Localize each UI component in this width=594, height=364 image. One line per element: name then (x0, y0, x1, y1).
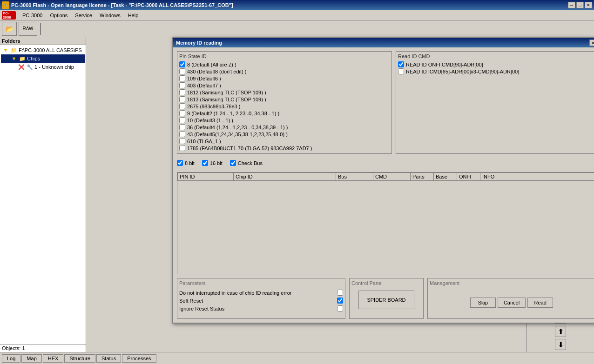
menu-windows[interactable]: Windows (96, 12, 124, 19)
control-panel-title: Control Panel (351, 280, 421, 286)
sidebar-content: ▼ 📁 F:\PC-3000 ALL CASES\PS ▼ 📁 Chips ❌ … (0, 45, 86, 344)
pin-state-checkbox[interactable] (179, 82, 185, 88)
pin-state-item[interactable]: 403 (Default7 ) (179, 82, 390, 89)
pin-state-checkbox[interactable] (179, 61, 185, 67)
pin-state-checkbox[interactable] (179, 96, 185, 102)
bit-option-item[interactable]: 8 bit (177, 159, 195, 166)
pin-state-item[interactable]: 8 (Default (All are Z) ) (179, 61, 390, 68)
tree-item-chips[interactable]: ▼ 📁 Chips (1, 54, 85, 63)
down-icon[interactable]: ⬇ (555, 339, 566, 350)
tab-map[interactable]: Map (21, 354, 41, 363)
toolbar: 📂 RAW (0, 20, 594, 37)
pin-state-item[interactable]: 10 (Default3 (1 - 1) ) (179, 117, 390, 124)
toolbar-separator (40, 23, 41, 35)
tab-processes[interactable]: Processes (122, 354, 156, 363)
pin-state-item[interactable]: 1813 (Samsung TLC (TSOP 109) ) (179, 96, 390, 103)
menu-options[interactable]: Options (46, 12, 71, 19)
tab-log[interactable]: Log (2, 354, 20, 363)
window-controls: ─ □ ✕ (568, 2, 592, 8)
dialog-title-bar: Memory ID reading ✕ (173, 38, 594, 47)
sidebar-header: Folders (0, 37, 86, 45)
pin-state-item[interactable]: 9 (Default2 (1,24 - 1, 2,23 -0, 34,38 - … (179, 110, 390, 117)
pin-state-checkbox[interactable] (179, 131, 185, 137)
bit-option-checkbox[interactable] (230, 160, 236, 166)
pin-state-panel: Pin State ID 8 (Default (All are Z) )430… (177, 51, 392, 154)
spider-board-button[interactable]: SPIDER BOARD (358, 291, 414, 309)
skip-button[interactable]: Skip (470, 298, 496, 308)
pin-state-item-label: 109 (Default6 ) (187, 76, 221, 81)
pin-state-checkbox[interactable] (179, 138, 185, 144)
memory-id-dialog: Memory ID reading ✕ Pin State ID 8 (Defa… (172, 37, 594, 324)
close-window-button[interactable]: ✕ (585, 2, 592, 8)
col-bus: Bus (336, 173, 373, 181)
pin-state-items: 8 (Default (All are Z) )430 (Default8 (d… (179, 61, 390, 152)
pin-state-checkbox[interactable] (179, 75, 185, 81)
control-panel: Control Panel SPIDER BOARD (349, 278, 424, 319)
chips-folder-icon: 📁 (19, 55, 26, 62)
read-id-item[interactable]: READ ID :CMD[65]-ADR[00]x3-CMD[90]-ADR[0… (398, 68, 594, 75)
tree-item-root[interactable]: ▼ 📁 F:\PC-3000 ALL CASES\PS (1, 46, 85, 54)
tree-item-unknown-chip[interactable]: ❌ 🔧 1 - Unknown chip (1, 63, 85, 71)
bottom-tab-bar: Log Map HEX Structure Status Processes (0, 352, 594, 364)
bit-option-item[interactable]: Check Bus (230, 159, 263, 166)
param-row[interactable]: Ignore Reset Status (179, 304, 343, 312)
tab-hex[interactable]: HEX (43, 354, 64, 363)
pin-state-item[interactable]: 43 (Default5(1,24,34,35,38-1,2,23,25,48-… (179, 131, 390, 138)
param-label: Do not interrupted in case of chip ID re… (179, 290, 292, 296)
param-row[interactable]: Do not interrupted in case of chip ID re… (179, 289, 343, 297)
content-area: Memory ID reading ✕ Pin State ID 8 (Defa… (86, 37, 526, 352)
maximize-button[interactable]: □ (576, 2, 584, 8)
dialog-title-text: Memory ID reading (176, 40, 222, 46)
bit-option-checkbox[interactable] (177, 160, 183, 166)
bit-option-item[interactable]: 16 bit (202, 159, 223, 166)
toolbar-raw-button[interactable]: RAW (19, 22, 37, 36)
expand-icon: ▼ (2, 46, 9, 54)
col-base: Base (434, 173, 457, 181)
param-checkbox[interactable] (337, 305, 343, 311)
chip-sub-icon: 🔧 (26, 63, 34, 71)
pin-state-item[interactable]: 2675 (983c98b3-76e3 ) (179, 103, 390, 110)
param-row[interactable]: Soft Reset (179, 297, 343, 304)
minimize-button[interactable]: ─ (568, 2, 575, 8)
read-id-checkbox[interactable] (398, 61, 404, 67)
read-button[interactable]: Read (527, 298, 553, 308)
bit-option-label: Check Bus (238, 160, 263, 166)
dialog-close-button[interactable]: ✕ (589, 40, 594, 46)
menu-bar: PC-3000 PC-3000 Options Service Windows … (0, 10, 594, 20)
pin-state-item-label: 2675 (983c98b3-76e3 ) (187, 104, 240, 109)
read-id-panel: Read ID CMD READ ID ONFI:CMD[90]-ADR[00]… (396, 51, 594, 154)
menu-pc3000[interactable]: PC-3000 (19, 12, 46, 19)
pin-state-item[interactable]: 1785 (FA64B08UCT1-70 (TLGA-52) 983CA992 … (179, 145, 390, 152)
up-icon[interactable]: ⬆ (555, 326, 566, 337)
pin-state-item[interactable]: 36 (Default4 (1,24 - 1,2,23 - 0,34,38,39… (179, 124, 390, 131)
param-checkbox[interactable] (337, 298, 343, 304)
pin-state-item-label: 9 (Default2 (1,24 - 1, 2,23 -0, 34,38 - … (187, 111, 279, 116)
app-icon: 🔧 (2, 1, 9, 9)
sidebar: Folders ▼ 📁 F:\PC-3000 ALL CASES\PS ▼ 📁 … (0, 37, 86, 352)
table-container[interactable]: PIN ID Chip ID Bus CMD Parts Base ONFI I… (177, 172, 594, 274)
menu-service[interactable]: Service (71, 12, 96, 19)
pin-state-checkbox[interactable] (179, 145, 185, 151)
cancel-button[interactable]: Cancel (498, 298, 526, 308)
read-id-item[interactable]: READ ID ONFI:CMD[90]-ADR[00] (398, 61, 594, 68)
pin-state-item[interactable]: 1812 (Samsung TLC (TSOP 109) ) (179, 89, 390, 96)
col-pin-id: PIN ID (178, 173, 234, 181)
toolbar-folder-button[interactable]: 📂 (2, 22, 17, 36)
read-id-checkbox[interactable] (398, 68, 404, 74)
pin-state-checkbox[interactable] (179, 103, 185, 109)
pin-state-checkbox[interactable] (179, 110, 185, 116)
pin-state-item[interactable]: 109 (Default6 ) (179, 75, 390, 82)
pin-state-item-label: 8 (Default (All are Z) ) (187, 62, 236, 67)
tab-status[interactable]: Status (96, 354, 121, 363)
pin-state-checkbox[interactable] (179, 89, 185, 95)
pin-state-checkbox[interactable] (179, 68, 185, 74)
pin-state-checkbox[interactable] (179, 124, 185, 130)
param-checkbox[interactable] (337, 290, 343, 296)
pin-state-checkbox[interactable] (179, 117, 185, 123)
tab-structure[interactable]: Structure (64, 354, 95, 363)
pin-state-item[interactable]: 430 (Default8 (don't edit) ) (179, 68, 390, 75)
expand-icon-chips: ▼ (10, 55, 18, 62)
bit-option-checkbox[interactable] (202, 160, 208, 166)
pin-state-item[interactable]: 610 (TLGA_1 ) (179, 138, 390, 145)
menu-help[interactable]: Help (124, 12, 142, 19)
